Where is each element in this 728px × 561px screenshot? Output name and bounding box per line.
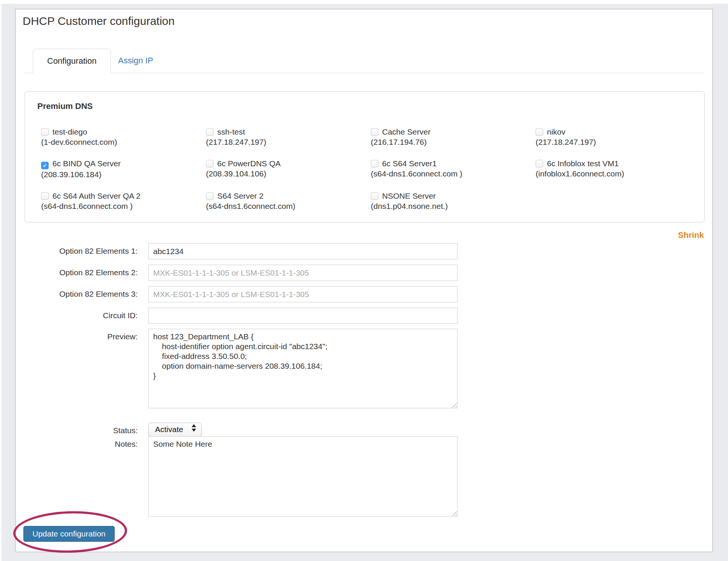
tab-assign-ip[interactable]: Assign IP [118, 49, 153, 73]
notes-textarea[interactable]: Some Note Here [148, 436, 458, 517]
dns-server-name: S64 Server 2 [217, 192, 264, 200]
preview-textarea[interactable]: host 123_Department_LAB { host-identifie… [148, 329, 458, 408]
form-row-preview: Preview:host 123_Department_LAB { host-i… [23, 329, 458, 408]
dns-server-option-nikov[interactable]: nikov (217.18.247.197) [536, 127, 700, 147]
dns-server-host: (208.39.106.184) [41, 169, 206, 179]
dns-server-host: (217.18.247.197) [536, 137, 700, 147]
dns-server-host: (s64-dns1.6connect.com) [206, 201, 371, 211]
checkbox-icon[interactable] [371, 128, 378, 136]
dns-server-option-6c-powerdns[interactable]: 6c PowerDNS QA (208.39.104.106) [206, 158, 371, 179]
dns-server-name: nikov [547, 127, 565, 136]
option82-1-label: Option 82 Elements 1: [23, 243, 138, 256]
dns-server-name: 6c Infoblox test VM1 [547, 159, 619, 168]
dns-server-name: NSONE Server [382, 192, 436, 200]
dns-server-host: (217.18.247.197) [206, 137, 371, 147]
checkbox-icon[interactable] [206, 160, 213, 167]
checkbox-icon[interactable] [536, 160, 543, 167]
dns-server-name: Cache Server [382, 127, 430, 136]
form-row-option82-2: Option 82 Elements 2: [23, 265, 458, 281]
notes-label: Notes: [23, 436, 138, 449]
status-select-value: Activate [155, 425, 183, 434]
dns-server-host: (s64-dns1.6connect.com ) [371, 169, 536, 179]
circuit-id-input[interactable] [148, 308, 458, 324]
circuit-id-label: Circuit ID: [23, 308, 138, 320]
dns-server-host: (1-dev.6connect.com) [41, 137, 206, 147]
dns-server-option-6c-s64-auth-qa2[interactable]: 6c S64 Auth Server QA 2 (s64-dns1.6conne… [41, 191, 206, 211]
dns-server-option-6c-s64-server1[interactable]: 6c S64 Server1 (s64-dns1.6connect.com ) [371, 158, 536, 179]
select-stepper-arrows-icon [192, 424, 196, 432]
checkbox-icon[interactable] [206, 128, 213, 136]
tab-bar: Configuration Assign IP [23, 49, 705, 73]
form-row-notes: Notes:Some Note Here [23, 436, 458, 517]
dns-server-option-6c-bind-qa[interactable]: ✓6c BIND QA Server (208.39.106.184) [41, 158, 206, 179]
checkbox-icon[interactable] [371, 160, 378, 167]
dns-server-option-nsone[interactable]: NSONE Server (dns1.p04.nsone.net.) [371, 191, 536, 211]
dns-server-name: 6c S64 Auth Server QA 2 [52, 192, 140, 200]
premium-dns-heading: Premium DNS [37, 101, 93, 111]
form-row-circuit-id: Circuit ID: [23, 308, 458, 324]
dns-server-option-test-diego[interactable]: test-diego (1-dev.6connect.com) [41, 127, 206, 147]
dns-server-name: 6c BIND QA Server [52, 159, 121, 168]
page-title: DHCP Customer configuration [23, 15, 175, 28]
checkbox-icon[interactable] [41, 192, 49, 200]
checkbox-icon[interactable] [41, 128, 49, 136]
checkbox-checked-icon[interactable]: ✓ [41, 162, 49, 169]
dhcp-configuration-panel: DHCP Customer configuration Configuratio… [15, 9, 713, 552]
form-row-option82-3: Option 82 Elements 3: [23, 286, 458, 302]
dns-server-option-s64-server2[interactable]: S64 Server 2 (s64-dns1.6connect.com) [206, 191, 371, 211]
shrink-link[interactable]: Shrink [678, 230, 704, 240]
dns-server-name: test-diego [52, 127, 87, 136]
dns-server-host: (216.17.194.76) [371, 137, 536, 147]
dns-server-name: 6c PowerDNS QA [217, 159, 281, 168]
option82-2-label: Option 82 Elements 2: [23, 265, 138, 277]
premium-dns-section: Premium DNS test-diego (1-dev.6connect.c… [25, 91, 705, 222]
option82-3-input[interactable] [148, 286, 458, 302]
dns-server-host: (dns1.p04.nsone.net.) [371, 201, 536, 211]
status-label: Status: [23, 423, 138, 435]
tab-configuration[interactable]: Configuration [33, 49, 111, 74]
checkbox-icon[interactable] [206, 192, 213, 200]
checkbox-icon[interactable] [536, 128, 543, 136]
preview-label: Preview: [23, 329, 138, 341]
dns-server-name: 6c S64 Server1 [382, 159, 437, 168]
dns-server-host: (s64-dns1.6connect.com ) [41, 201, 206, 211]
dns-server-name: ssh-test [217, 127, 245, 136]
dns-server-option-ssh-test[interactable]: ssh-test (217.18.247.197) [206, 127, 371, 147]
dns-server-option-cache-server[interactable]: Cache Server (216.17.194.76) [371, 127, 536, 147]
option82-3-label: Option 82 Elements 3: [23, 286, 138, 299]
form-row-option82-1: Option 82 Elements 1: [23, 243, 458, 259]
update-configuration-button[interactable]: Update configuration [23, 526, 115, 542]
status-select[interactable]: Activate [148, 423, 202, 437]
option82-1-input[interactable] [148, 243, 458, 259]
dns-server-option-6c-infoblox[interactable]: 6c Infoblox test VM1 (infoblox1.6connect… [536, 158, 700, 179]
form-row-status: Status:Activate [23, 423, 202, 437]
dns-server-host: (infoblox1.6connect.com) [536, 169, 700, 179]
dns-server-host: (208.39.104.106) [206, 169, 371, 179]
checkbox-icon[interactable] [371, 192, 378, 200]
dns-server-grid: test-diego (1-dev.6connect.com) ssh-test… [41, 127, 700, 211]
option82-2-input[interactable] [148, 265, 458, 281]
